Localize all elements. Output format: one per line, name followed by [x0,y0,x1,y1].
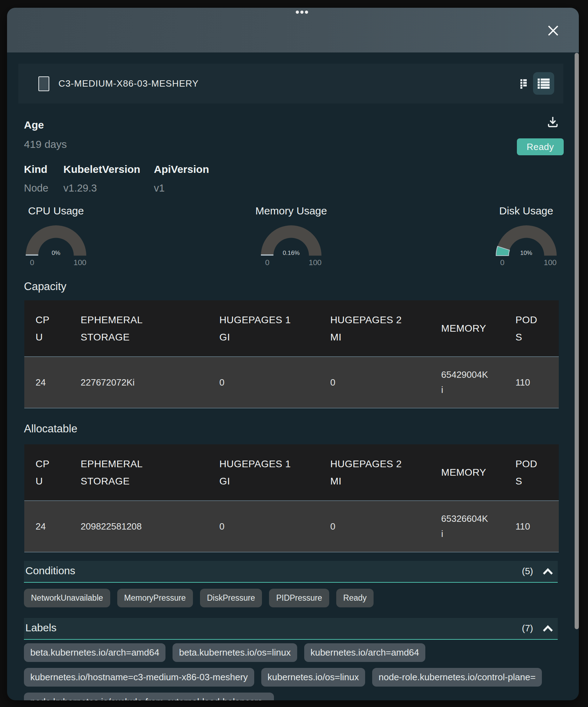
allocatable-title: Allocatable [24,423,77,434]
gauge-title: Disk Usage [484,205,569,217]
age-label: Age [24,119,44,131]
table-cell: 24 [24,357,69,408]
column-header: HUGEPAGES 2 MI [319,300,430,357]
label-chip[interactable]: node-role.kubernetes.io/control-plane= [372,668,542,687]
gauge-tick-max: 100 [297,258,333,267]
label-chip[interactable]: beta.kubernetes.io/arch=amd64 [24,643,165,662]
close-icon [546,24,560,38]
gauge-value: 10% [484,250,569,257]
table-cell-text: 209822581208 [81,519,142,534]
chevron-up-icon [541,565,555,579]
label-chip[interactable]: node.kubernetes.io/exclude-from-external… [24,693,274,700]
table-cell: 65326604Ki [430,501,504,552]
column-header-text: MEMORY [441,464,486,481]
column-header: PODS [504,444,559,501]
condition-chip[interactable]: MemoryPressure [117,589,193,607]
label-chip[interactable]: kubernetes.io/os=linux [261,668,365,687]
table-cell: 110 [504,357,559,408]
drag-dot [305,11,308,14]
table-cell: 0 [208,357,319,408]
age-value: 419 days [24,138,67,150]
chevron-up-icon [541,622,555,636]
gauge-value: 0.16% [249,250,333,257]
table-cell: 110 [504,501,559,552]
node-title-card: C3-MEDIUM-X86-03-MESHERY [18,64,563,104]
meta-label: ApiVersion [154,163,224,175]
gauge-tick-max: 100 [532,258,569,267]
cpu-usage-gauge: CPU Usage0%0100 [14,205,98,275]
conditions-section-bar[interactable]: Conditions (5) [24,561,558,583]
labels-collapse-button[interactable] [541,622,555,636]
gauge-tick-min: 0 [484,258,521,267]
column-header: EPHEMERAL STORAGE [69,444,208,501]
conditions-title: Conditions [25,565,75,577]
drag-dot [296,11,299,14]
column-header: HUGEPAGES 1 GI [208,444,319,501]
compact-view-toggle-button[interactable] [513,73,534,94]
table-cell: 0 [319,357,430,408]
column-header-text: HUGEPAGES 1 GI [219,311,293,346]
column-header-text: HUGEPAGES 2 MI [330,311,404,346]
column-header: CPU [24,444,69,501]
table-cell: 0 [208,501,319,552]
label-chip[interactable]: kubernetes.io/hostname=c3-medium-x86-03-… [24,668,254,687]
table-cell-text: 0 [219,375,224,390]
gauge-value: 0% [14,250,98,257]
column-header: MEMORY [430,444,504,501]
table-cell-text: 24 [36,375,46,390]
drag-dot [300,11,304,14]
meta-row: KindNodeKubeletVersionv1.29.3ApiVersionv… [24,163,224,194]
column-header: HUGEPAGES 2 MI [319,444,430,501]
memory-usage-gauge: Memory Usage0.16%0100 [249,205,333,275]
meta-col-kubeletversion: KubeletVersionv1.29.3 [63,163,154,194]
list-compact-icon [520,79,527,89]
meta-value: Node [24,182,63,194]
meta-value: v1 [154,182,224,194]
node-details-modal: C3-MEDIUM-X86-03-MESHERY [7,8,579,700]
gauge-tick-min: 0 [249,258,286,267]
table-cell-text: 0 [219,519,224,534]
column-header-text: EPHEMERAL STORAGE [81,311,179,346]
table-cell-text: 227672072Ki [81,375,135,390]
condition-chip[interactable]: NetworkUnavailable [24,589,110,607]
column-header-text: HUGEPAGES 2 MI [330,455,404,490]
column-header: HUGEPAGES 1 GI [208,300,319,357]
label-chip[interactable]: kubernetes.io/arch=amd64 [304,643,426,662]
condition-chip[interactable]: PIDPressure [269,589,329,607]
node-select-checkbox[interactable] [38,76,49,91]
scrollbar-thumb[interactable] [575,53,579,629]
table-row: 242098225812080065326604Ki110 [24,501,559,552]
table-cell-text: 0 [330,375,335,390]
close-button[interactable] [546,24,560,38]
gauge-title: CPU Usage [14,205,98,217]
column-header-text: MEMORY [441,320,486,337]
column-header-text: PODS [515,311,539,346]
column-header: CPU [24,300,69,357]
labels-section-bar[interactable]: Labels (7) [24,618,558,640]
node-status-button[interactable]: Ready [517,138,564,155]
meta-value: v1.29.3 [63,182,154,194]
column-header-text: PODS [515,455,539,490]
table-cell-text: 24 [36,519,46,534]
modal-header [7,8,579,52]
node-title: C3-MEDIUM-X86-03-MESHERY [58,64,199,104]
condition-chip[interactable]: DiskPressure [200,589,262,607]
gauge-title: Memory Usage [249,205,333,217]
detailed-view-toggle-button[interactable] [533,72,554,95]
drag-handle-dots-icon[interactable] [296,11,308,14]
condition-chip[interactable]: Ready [336,589,374,607]
download-button[interactable] [544,113,561,130]
meta-label: Kind [24,163,63,175]
column-header: PODS [504,300,559,357]
table-row: 24227672072Ki0065429004Ki110 [24,357,559,408]
gauge-tick-min: 0 [14,258,50,267]
label-chip[interactable]: beta.kubernetes.io/os=linux [173,643,297,662]
column-header-text: CPU [36,311,54,346]
table-cell-text: 65326604Ki [441,511,489,542]
labels-title: Labels [25,622,56,634]
conditions-collapse-button[interactable] [541,565,555,579]
disk-usage-gauge: Disk Usage10%0100 [484,205,569,275]
table-cell: 209822581208 [69,501,208,552]
capacity-table: CPUEPHEMERAL STORAGEHUGEPAGES 1 GIHUGEPA… [24,300,559,408]
table-cell: 227672072Ki [69,357,208,408]
